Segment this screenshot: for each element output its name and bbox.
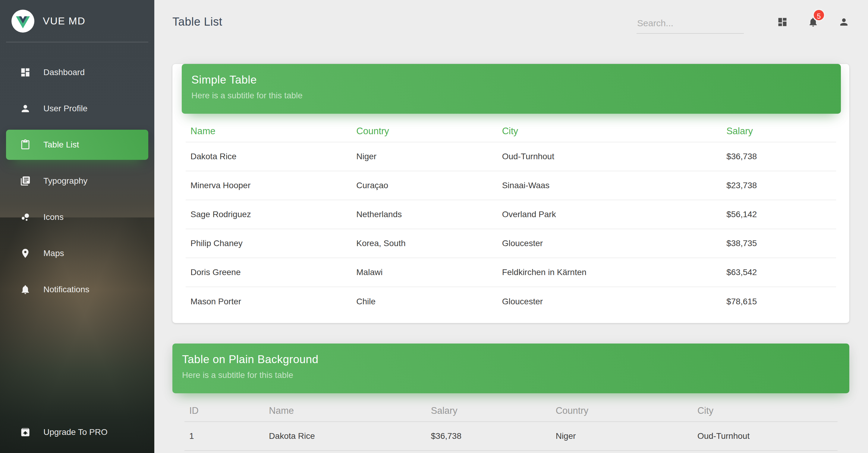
header-row: ID Name Salary Country City bbox=[184, 393, 838, 422]
simple-table-card-header: Simple Table Here is a subtitle for this… bbox=[182, 64, 841, 114]
sidebar-item-user-profile[interactable]: User Profile bbox=[6, 93, 148, 124]
brand-name: VUE MD bbox=[43, 15, 85, 27]
table-row: Mason Porter Chile Gloucester $78,615 bbox=[186, 287, 836, 316]
cell-name: Doris Greene bbox=[186, 258, 351, 287]
cell-city: Feldkirchen in Kärnten bbox=[497, 258, 722, 287]
cell-country: Chile bbox=[351, 287, 497, 316]
upgrade-icon bbox=[20, 427, 31, 437]
notification-count-badge: 5 bbox=[812, 9, 825, 21]
vue-logo-icon bbox=[16, 16, 30, 28]
table-row: Doris Greene Malawi Feldkirchen in Kärnt… bbox=[186, 258, 836, 287]
cell-name: Dakota Rice bbox=[186, 142, 351, 171]
column-header-id: ID bbox=[184, 393, 264, 422]
sidebar: VUE MD Dashboard User Profile Table Li bbox=[0, 0, 154, 453]
column-header-salary: Salary bbox=[721, 114, 836, 142]
sidebar-item-dashboard[interactable]: Dashboard bbox=[6, 57, 148, 87]
app-window: VUE MD Dashboard User Profile Table Li bbox=[0, 0, 868, 453]
place-pin-icon bbox=[20, 248, 31, 259]
user-profile-button[interactable] bbox=[838, 17, 849, 27]
cell-salary: $23,738 bbox=[721, 171, 836, 200]
search-input[interactable] bbox=[637, 17, 744, 34]
cell-salary: $63,542 bbox=[721, 258, 836, 287]
column-header-salary: Salary bbox=[426, 393, 551, 422]
person-icon bbox=[838, 17, 849, 27]
cell-salary: $36,738 bbox=[426, 422, 551, 451]
cell-salary: $56,142 bbox=[721, 200, 836, 229]
cell-city: Oud-Turnhout bbox=[497, 142, 722, 171]
person-icon bbox=[20, 103, 31, 114]
card-subtitle: Here is a subtitle for this table bbox=[191, 91, 841, 101]
brand: VUE MD bbox=[0, 0, 154, 42]
cell-salary: $78,615 bbox=[721, 287, 836, 316]
sidebar-item-table-list[interactable]: Table List bbox=[6, 130, 148, 160]
column-header-country: Country bbox=[351, 114, 497, 142]
column-header-city: City bbox=[692, 393, 838, 422]
sidebar-item-maps[interactable]: Maps bbox=[6, 238, 148, 268]
simple-table: Name Country City Salary Dakota Rice Nig… bbox=[186, 114, 836, 316]
sidebar-item-upgrade-to-pro[interactable]: Upgrade To PRO bbox=[6, 417, 148, 447]
sidebar-item-label: Maps bbox=[43, 249, 64, 258]
bell-icon bbox=[20, 284, 31, 295]
sidebar-item-label: Upgrade To PRO bbox=[43, 427, 107, 437]
vue-logo bbox=[11, 10, 34, 33]
search-box bbox=[637, 17, 744, 34]
cell-name: Dakota Rice bbox=[264, 422, 426, 451]
cell-country: Niger bbox=[551, 422, 692, 451]
dashboard-icon bbox=[20, 67, 31, 78]
clipboard-icon bbox=[20, 139, 31, 150]
plain-table-head: ID Name Salary Country City bbox=[184, 393, 838, 422]
simple-table-body: Dakota Rice Niger Oud-Turnhout $36,738 M… bbox=[186, 142, 836, 316]
card-subtitle: Here is a subtitle for this table bbox=[182, 370, 849, 380]
cell-id: 1 bbox=[184, 422, 264, 451]
simple-table-head: Name Country City Salary bbox=[186, 114, 836, 142]
topbar: Table List 5 bbox=[173, 0, 849, 44]
table-row: Dakota Rice Niger Oud-Turnhout $36,738 bbox=[186, 142, 836, 171]
card-title: Table on Plain Background bbox=[182, 353, 849, 366]
cell-country: Niger bbox=[351, 142, 497, 171]
cell-name: Minerva Hooper bbox=[186, 171, 351, 200]
simple-table-card: Simple Table Here is a subtitle for this… bbox=[173, 64, 849, 323]
page-title: Table List bbox=[173, 16, 222, 28]
table-row: Philip Chaney Korea, South Gloucester $3… bbox=[186, 229, 836, 258]
cell-city: Overland Park bbox=[497, 200, 722, 229]
cell-city: Oud-Turnhout bbox=[692, 422, 838, 451]
topbar-actions: 5 bbox=[637, 10, 849, 34]
table-row: Minerva Hooper Curaçao Sinaai-Waas $23,7… bbox=[186, 171, 836, 200]
sidebar-item-notifications[interactable]: Notifications bbox=[6, 275, 148, 305]
sidebar-item-label: Typography bbox=[43, 176, 87, 186]
cell-country: Korea, South bbox=[351, 229, 497, 258]
notifications-button[interactable]: 5 bbox=[808, 17, 818, 27]
cell-salary: $38,735 bbox=[721, 229, 836, 258]
sidebar-item-icons[interactable]: Icons bbox=[6, 202, 148, 232]
bubbles-icon bbox=[20, 212, 31, 223]
cell-salary: $36,738 bbox=[721, 142, 836, 171]
dashboard-shortcut-button[interactable] bbox=[777, 17, 788, 27]
sidebar-nav: Dashboard User Profile Table List Typogr… bbox=[0, 57, 154, 305]
cell-city: Sinaai-Waas bbox=[497, 171, 722, 200]
column-header-name: Name bbox=[186, 114, 351, 142]
column-header-name: Name bbox=[264, 393, 426, 422]
dashboard-icon bbox=[777, 17, 788, 27]
sidebar-item-label: User Profile bbox=[43, 104, 87, 113]
cell-country: Netherlands bbox=[351, 200, 497, 229]
plain-table: ID Name Salary Country City 1 Dakota Ric… bbox=[184, 393, 838, 451]
table-row: 1 Dakota Rice $36,738 Niger Oud-Turnhout bbox=[184, 422, 838, 451]
header-row: Name Country City Salary bbox=[186, 114, 836, 142]
books-icon bbox=[20, 175, 31, 187]
cell-name: Mason Porter bbox=[186, 287, 351, 316]
column-header-country: Country bbox=[551, 393, 692, 422]
plain-table-body: 1 Dakota Rice $36,738 Niger Oud-Turnhout bbox=[184, 422, 838, 451]
column-header-city: City bbox=[497, 114, 722, 142]
plain-table-header: Table on Plain Background Here is a subt… bbox=[173, 343, 849, 393]
sidebar-divider bbox=[6, 42, 148, 42]
sidebar-item-label: Icons bbox=[43, 212, 64, 222]
plain-table-section: Table on Plain Background Here is a subt… bbox=[173, 343, 849, 451]
cell-name: Philip Chaney bbox=[186, 229, 351, 258]
sidebar-item-label: Table List bbox=[43, 140, 79, 149]
table-row: Sage Rodriguez Netherlands Overland Park… bbox=[186, 200, 836, 229]
main-content: Table List 5 bbox=[154, 0, 868, 453]
cell-city: Gloucester bbox=[497, 287, 722, 316]
sidebar-item-label: Notifications bbox=[43, 285, 90, 294]
cell-country: Malawi bbox=[351, 258, 497, 287]
sidebar-item-typography[interactable]: Typography bbox=[6, 166, 148, 196]
